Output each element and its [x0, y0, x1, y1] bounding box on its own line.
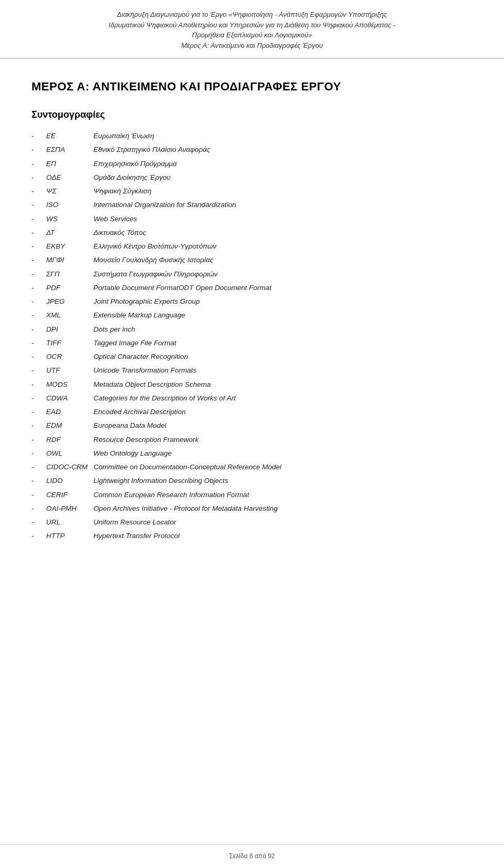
abbr-dash: - [32, 435, 46, 445]
abbr-desc: Web Services [93, 214, 472, 224]
list-item: -ΣΓΠΣυστήματα Γεωγραφικών Πληροφοριών [32, 269, 472, 280]
abbr-desc: International Organization for Standardi… [93, 200, 472, 210]
abbr-dash: - [32, 338, 46, 348]
abbr-code: ΕΠ [46, 159, 93, 169]
abbr-dash: - [32, 407, 46, 417]
abbr-code: ΕΚΒΥ [46, 241, 93, 252]
header-line3: Προμήθεια Εξοπλισμού και Λογισμικού» [192, 31, 312, 39]
abbr-dash: - [32, 310, 46, 321]
abbr-code: LIDO [46, 476, 93, 486]
list-item: -LIDOLightweight Information Describing … [32, 476, 472, 486]
abbr-desc: Open Archives Initiative - Protocol for … [93, 503, 472, 514]
abbr-code: ΔΤ [46, 228, 93, 238]
list-item: -ΕΕΕυρωπαϊκή Ένωση [32, 131, 472, 141]
list-item: -HTTPHypertext Transfer Protocol [32, 531, 472, 541]
abbr-dash: - [32, 131, 46, 141]
abbr-code: ISO [46, 200, 93, 210]
abbr-dash: - [32, 352, 46, 362]
abbr-dash: - [32, 462, 46, 472]
abbr-desc: Tagged Image File Format [93, 338, 472, 348]
abbr-desc: Επιχειρησιακό Πρόγραμμα [93, 159, 472, 169]
abbr-code: RDF [46, 435, 93, 445]
list-item: -ΨΣΨηφιακή Σύγκλιση [32, 186, 472, 197]
abbr-dash: - [32, 503, 46, 514]
abbr-dash: - [32, 283, 46, 293]
abbr-code: HTTP [46, 531, 93, 541]
abbr-desc: Μουσείο Γουλανδρή Φυσικής Ιστορίας [93, 255, 472, 265]
list-item: -UTFUnicode Transformation Formats [32, 365, 472, 376]
abbr-dash: - [32, 448, 46, 459]
abbr-dash: - [32, 531, 46, 541]
list-item: -ΔΤΔικτυακός Τόπος [32, 228, 472, 238]
abbr-code: ΨΣ [46, 186, 93, 197]
abbr-dash: - [32, 296, 46, 307]
abbr-desc: Ομάδα Διοίκησης Έργου [93, 172, 472, 183]
abbr-code: ΕΣΠΑ [46, 145, 93, 155]
abbr-desc: Resource Description Framework [93, 435, 472, 445]
abbr-dash: - [32, 379, 46, 390]
abbr-code: CDWA [46, 393, 93, 404]
header-text: Διακήρυξη Διαγωνισμού για το Έργο «Ψηφιο… [21, 9, 483, 50]
abbr-code: CIDOC-CRM [46, 462, 93, 472]
list-item: -RDFResource Description Framework [32, 435, 472, 445]
abbr-dash: - [32, 200, 46, 210]
section-title: Συντομογραφίες [32, 109, 472, 120]
abbr-desc: Ψηφιακή Σύγκλιση [93, 186, 472, 197]
abbr-desc: Extensible Markup Language [93, 310, 472, 321]
abbr-dash: - [32, 420, 46, 431]
page-wrapper: Διακήρυξη Διαγωνισμού για το Έργο «Ψηφιο… [0, 0, 504, 865]
list-item: -WSWeb Services [32, 214, 472, 224]
abbr-code: ΜΓΦΙ [46, 255, 93, 265]
abbr-desc: Optical Character Recognition [93, 352, 472, 362]
header-line4: Μέρος Α: Αντικείμενο και Προδιαγραφές Έρ… [181, 42, 323, 49]
list-item: -DPIDots per inch [32, 324, 472, 335]
header-line2: Ιδρυματικού Ψηφιακού Αποθετηρίου και Υπη… [109, 21, 395, 29]
abbr-desc: Δικτυακός Τόπος [93, 228, 472, 238]
abbr-code: WS [46, 214, 93, 224]
abbr-dash: - [32, 517, 46, 528]
abbr-dash: - [32, 228, 46, 238]
abbr-desc: Common European Research Information For… [93, 490, 472, 500]
abbreviations-list: -ΕΕΕυρωπαϊκή Ένωση-ΕΣΠΑΕθνικό Στρατηγικό… [32, 131, 472, 542]
abbr-desc: Unicode Transformation Formats [93, 365, 472, 376]
list-item: -XMLExtensible Markup Language [32, 310, 472, 321]
header-line1: Διακήρυξη Διαγωνισμού για το Έργο «Ψηφιο… [117, 11, 387, 18]
abbr-dash: - [32, 255, 46, 265]
list-item: -ΕΚΒΥΕλληνικό Κέντρο Βιοτόπων-Υγροτόπων [32, 241, 472, 252]
abbr-code: ΟΔΕ [46, 172, 93, 183]
list-item: -OWLWeb Ontology Language [32, 448, 472, 459]
abbr-desc: Ελληνικό Κέντρο Βιοτόπων-Υγροτόπων [93, 241, 472, 252]
abbr-desc: Web Ontology Language [93, 448, 472, 459]
part-title: ΜΕΡΟΣ Α: ΑΝΤΙΚΕΙΜΕΝΟ ΚΑΙ ΠΡΟΔΙΑΓΡΑΦΕΣ ΕΡ… [32, 80, 472, 94]
abbr-code: TIFF [46, 338, 93, 348]
list-item: -CERIFCommon European Research Informati… [32, 490, 472, 500]
abbr-dash: - [32, 186, 46, 197]
list-item: -EDMEuropeana Data Model [32, 420, 472, 431]
abbr-desc: Εθνικό Στρατηγικό Πλαίσιο Αναφοράς [93, 145, 472, 155]
list-item: -EADEncoded Archival Description [32, 407, 472, 417]
list-item: -MODSMetadata Object Description Schema [32, 379, 472, 390]
abbr-dash: - [32, 214, 46, 224]
abbr-dash: - [32, 365, 46, 376]
abbr-code: OCR [46, 352, 93, 362]
abbr-desc: Uniform Resource Locator [93, 517, 472, 528]
list-item: -CIDOC-CRMCommittee on Documentation-Con… [32, 462, 472, 472]
page-footer: Σελίδα 6 από 92 [0, 845, 504, 865]
abbr-code: OAI-PMH [46, 503, 93, 514]
abbr-code: XML [46, 310, 93, 321]
abbr-dash: - [32, 324, 46, 335]
abbr-dash: - [32, 393, 46, 404]
abbr-code: DPI [46, 324, 93, 335]
abbr-code: OWL [46, 448, 93, 459]
list-item: -JPEGJoint Photographic Experts Group [32, 296, 472, 307]
abbr-code: MODS [46, 379, 93, 390]
abbr-code: EAD [46, 407, 93, 417]
abbr-dash: - [32, 241, 46, 252]
abbr-code: ΕΕ [46, 131, 93, 141]
abbr-desc: Committee on Documentation-Conceptual Re… [93, 462, 472, 472]
list-item: -ISOInternational Organization for Stand… [32, 200, 472, 210]
list-item: -PDFPortable Document FormatODT Open Doc… [32, 283, 472, 293]
abbr-desc: Lightweight Information Describing Objec… [93, 476, 472, 486]
abbr-dash: - [32, 172, 46, 183]
abbr-dash: - [32, 269, 46, 280]
